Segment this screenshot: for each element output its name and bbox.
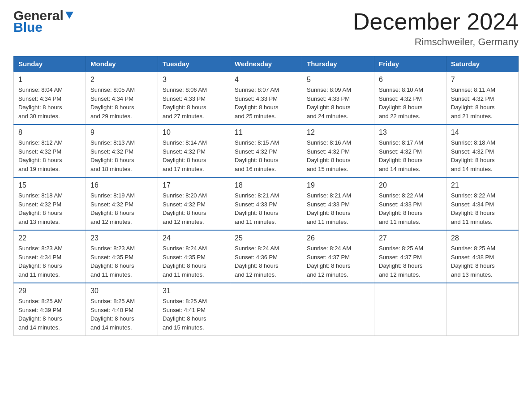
calendar-day-cell: 31 Sunrise: 8:25 AM Sunset: 4:41 PM Dayl… [158, 283, 230, 336]
col-sunday: Sunday [14, 56, 86, 72]
day-info: Sunrise: 8:20 AM Sunset: 4:32 PM Dayligh… [163, 191, 225, 226]
location-title: Rimschweiler, Germany [353, 36, 519, 48]
day-info: Sunrise: 8:19 AM Sunset: 4:32 PM Dayligh… [90, 191, 153, 226]
calendar-day-cell: 9 Sunrise: 8:13 AM Sunset: 4:32 PM Dayli… [86, 124, 158, 177]
day-info: Sunrise: 8:23 AM Sunset: 4:35 PM Dayligh… [90, 244, 153, 279]
calendar-day-cell: 4 Sunrise: 8:07 AM Sunset: 4:33 PM Dayli… [230, 72, 302, 124]
day-number: 5 [307, 76, 369, 84]
calendar-day-cell: 25 Sunrise: 8:24 AM Sunset: 4:36 PM Dayl… [230, 230, 302, 283]
day-info: Sunrise: 8:24 AM Sunset: 4:35 PM Dayligh… [163, 244, 225, 279]
calendar-table: Sunday Monday Tuesday Wednesday Thursday… [13, 56, 519, 336]
calendar-day-cell: 18 Sunrise: 8:21 AM Sunset: 4:33 PM Dayl… [230, 177, 302, 230]
calendar-day-cell: 1 Sunrise: 8:04 AM Sunset: 4:34 PM Dayli… [14, 72, 86, 124]
day-info: Sunrise: 8:15 AM Sunset: 4:32 PM Dayligh… [235, 138, 297, 173]
day-info: Sunrise: 8:04 AM Sunset: 4:34 PM Dayligh… [18, 86, 81, 120]
day-info: Sunrise: 8:09 AM Sunset: 4:33 PM Dayligh… [307, 86, 369, 120]
day-info: Sunrise: 8:22 AM Sunset: 4:33 PM Dayligh… [379, 191, 442, 226]
day-info: Sunrise: 8:21 AM Sunset: 4:33 PM Dayligh… [307, 191, 369, 226]
calendar-day-cell: 28 Sunrise: 8:25 AM Sunset: 4:38 PM Dayl… [446, 230, 519, 283]
day-number: 23 [90, 234, 153, 242]
svg-marker-0 [65, 12, 73, 19]
col-saturday: Saturday [446, 56, 519, 72]
header-row: Sunday Monday Tuesday Wednesday Thursday… [14, 56, 519, 72]
day-info: Sunrise: 8:25 AM Sunset: 4:38 PM Dayligh… [451, 244, 514, 279]
col-friday: Friday [374, 56, 446, 72]
col-tuesday: Tuesday [158, 56, 230, 72]
day-number: 10 [163, 128, 225, 137]
calendar-day-cell: 16 Sunrise: 8:19 AM Sunset: 4:32 PM Dayl… [86, 177, 158, 230]
day-number: 26 [307, 234, 369, 242]
day-number: 15 [18, 181, 81, 189]
calendar-day-cell: 5 Sunrise: 8:09 AM Sunset: 4:33 PM Dayli… [302, 72, 374, 124]
calendar-day-cell: 29 Sunrise: 8:25 AM Sunset: 4:39 PM Dayl… [14, 283, 86, 336]
calendar-day-cell [374, 283, 446, 336]
day-number: 7 [451, 76, 514, 84]
day-number: 17 [163, 181, 225, 189]
calendar-body: 1 Sunrise: 8:04 AM Sunset: 4:34 PM Dayli… [14, 72, 519, 336]
calendar-day-cell: 15 Sunrise: 8:18 AM Sunset: 4:32 PM Dayl… [14, 177, 86, 230]
page-header: General Blue December 2024 Rimschweiler,… [13, 9, 519, 48]
calendar-day-cell: 13 Sunrise: 8:17 AM Sunset: 4:32 PM Dayl… [374, 124, 446, 177]
calendar-day-cell: 7 Sunrise: 8:11 AM Sunset: 4:32 PM Dayli… [446, 72, 519, 124]
title-block: December 2024 Rimschweiler, Germany [353, 9, 519, 48]
calendar-day-cell: 27 Sunrise: 8:25 AM Sunset: 4:37 PM Dayl… [374, 230, 446, 283]
day-number: 18 [235, 181, 297, 189]
calendar-day-cell: 12 Sunrise: 8:16 AM Sunset: 4:32 PM Dayl… [302, 124, 374, 177]
day-info: Sunrise: 8:06 AM Sunset: 4:33 PM Dayligh… [163, 86, 225, 120]
day-number: 28 [451, 234, 514, 242]
calendar-day-cell [302, 283, 374, 336]
calendar-day-cell: 14 Sunrise: 8:18 AM Sunset: 4:32 PM Dayl… [446, 124, 519, 177]
calendar-week-row: 15 Sunrise: 8:18 AM Sunset: 4:32 PM Dayl… [14, 177, 519, 230]
day-number: 8 [18, 128, 81, 137]
col-thursday: Thursday [302, 56, 374, 72]
day-info: Sunrise: 8:17 AM Sunset: 4:32 PM Dayligh… [379, 138, 442, 173]
day-number: 14 [451, 128, 514, 137]
day-info: Sunrise: 8:11 AM Sunset: 4:32 PM Dayligh… [451, 86, 514, 120]
logo-blue-text: Blue [13, 21, 74, 34]
calendar-day-cell: 6 Sunrise: 8:10 AM Sunset: 4:32 PM Dayli… [374, 72, 446, 124]
day-number: 27 [379, 234, 442, 242]
month-title: December 2024 [353, 9, 519, 34]
calendar-week-row: 1 Sunrise: 8:04 AM Sunset: 4:34 PM Dayli… [14, 72, 519, 124]
day-number: 29 [18, 287, 81, 295]
logo: General Blue [13, 9, 74, 34]
calendar-day-cell: 20 Sunrise: 8:22 AM Sunset: 4:33 PM Dayl… [374, 177, 446, 230]
logo-arrow-icon [64, 10, 74, 20]
day-info: Sunrise: 8:24 AM Sunset: 4:37 PM Dayligh… [307, 244, 369, 279]
day-number: 22 [18, 234, 81, 242]
calendar-day-cell: 22 Sunrise: 8:23 AM Sunset: 4:34 PM Dayl… [14, 230, 86, 283]
day-number: 31 [163, 287, 225, 295]
calendar-day-cell: 21 Sunrise: 8:22 AM Sunset: 4:34 PM Dayl… [446, 177, 519, 230]
calendar-header: Sunday Monday Tuesday Wednesday Thursday… [14, 56, 519, 72]
day-number: 13 [379, 128, 442, 137]
day-number: 3 [163, 76, 225, 84]
day-info: Sunrise: 8:25 AM Sunset: 4:37 PM Dayligh… [379, 244, 442, 279]
calendar-day-cell: 2 Sunrise: 8:05 AM Sunset: 4:34 PM Dayli… [86, 72, 158, 124]
day-number: 25 [235, 234, 297, 242]
calendar-day-cell: 10 Sunrise: 8:14 AM Sunset: 4:32 PM Dayl… [158, 124, 230, 177]
day-info: Sunrise: 8:18 AM Sunset: 4:32 PM Dayligh… [18, 191, 81, 226]
calendar-day-cell: 8 Sunrise: 8:12 AM Sunset: 4:32 PM Dayli… [14, 124, 86, 177]
day-number: 4 [235, 76, 297, 84]
calendar-day-cell: 24 Sunrise: 8:24 AM Sunset: 4:35 PM Dayl… [158, 230, 230, 283]
day-number: 11 [235, 128, 297, 137]
col-monday: Monday [86, 56, 158, 72]
day-info: Sunrise: 8:07 AM Sunset: 4:33 PM Dayligh… [235, 86, 297, 120]
day-info: Sunrise: 8:25 AM Sunset: 4:41 PM Dayligh… [163, 297, 225, 332]
day-info: Sunrise: 8:18 AM Sunset: 4:32 PM Dayligh… [451, 138, 514, 173]
day-info: Sunrise: 8:05 AM Sunset: 4:34 PM Dayligh… [90, 86, 153, 120]
day-info: Sunrise: 8:13 AM Sunset: 4:32 PM Dayligh… [90, 138, 153, 173]
calendar-day-cell: 17 Sunrise: 8:20 AM Sunset: 4:32 PM Dayl… [158, 177, 230, 230]
calendar-week-row: 8 Sunrise: 8:12 AM Sunset: 4:32 PM Dayli… [14, 124, 519, 177]
calendar-day-cell: 23 Sunrise: 8:23 AM Sunset: 4:35 PM Dayl… [86, 230, 158, 283]
day-info: Sunrise: 8:12 AM Sunset: 4:32 PM Dayligh… [18, 138, 81, 173]
day-info: Sunrise: 8:24 AM Sunset: 4:36 PM Dayligh… [235, 244, 297, 279]
day-number: 19 [307, 181, 369, 189]
day-number: 9 [90, 128, 153, 137]
day-info: Sunrise: 8:10 AM Sunset: 4:32 PM Dayligh… [379, 86, 442, 120]
day-info: Sunrise: 8:16 AM Sunset: 4:32 PM Dayligh… [307, 138, 369, 173]
day-info: Sunrise: 8:21 AM Sunset: 4:33 PM Dayligh… [235, 191, 297, 226]
calendar-day-cell [230, 283, 302, 336]
day-number: 12 [307, 128, 369, 137]
day-number: 1 [18, 76, 81, 84]
